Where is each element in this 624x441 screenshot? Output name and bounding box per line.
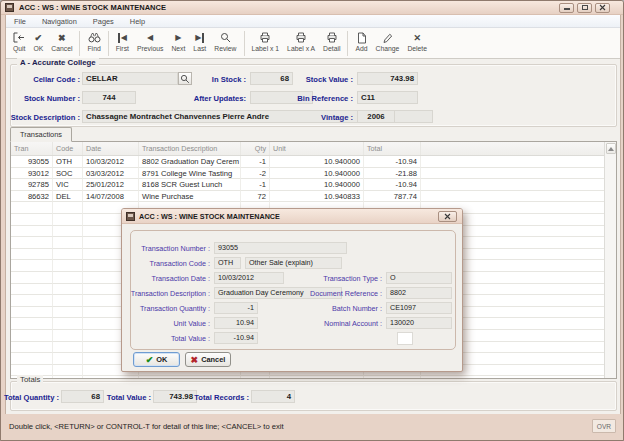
total-records-field: 4 <box>251 390 295 403</box>
next-button[interactable]: ▶Next <box>167 30 189 53</box>
dialog-close-button[interactable] <box>438 211 457 222</box>
total-value-label: Total Value : <box>69 391 151 404</box>
transaction-type-field[interactable]: O <box>386 272 452 284</box>
window-controls <box>559 3 610 13</box>
ok-icon: ✔ <box>35 31 43 44</box>
stock-number-field[interactable]: 744 <box>82 91 136 104</box>
close-icon <box>444 213 451 220</box>
column-header-total: Total <box>364 142 421 155</box>
vintage-field[interactable]: 2006 <box>357 110 395 123</box>
tab-transactions[interactable]: Transactions <box>10 127 72 142</box>
transaction-quantity-label: Transaction Quantity : <box>122 303 210 315</box>
menu-file[interactable]: File <box>6 15 34 28</box>
next-icon: ▶ <box>175 31 181 44</box>
previous-button[interactable]: ◀Previous <box>133 30 167 53</box>
cell-tran <box>11 260 53 272</box>
find-button[interactable]: Find <box>83 30 104 53</box>
close-button[interactable] <box>595 3 610 13</box>
menu-pages[interactable]: Pages <box>85 15 122 28</box>
first-button[interactable]: ◀First <box>112 30 133 53</box>
add-button[interactable]: Add <box>351 30 371 53</box>
first-icon: ◀ <box>118 31 127 44</box>
menu-help[interactable]: Help <box>122 15 153 28</box>
cell-code <box>53 295 83 307</box>
transaction-quantity-field[interactable]: -1 <box>214 302 258 314</box>
review-button[interactable]: Review <box>210 30 240 53</box>
batch-number-field[interactable]: CE1097 <box>386 302 452 314</box>
cell-code <box>53 284 83 296</box>
cell-date: 14/07/2008 <box>83 191 139 203</box>
minimize-button[interactable] <box>559 3 574 13</box>
unit-value-field[interactable]: 10.94 <box>214 317 258 329</box>
cell-unit: 10.940000 <box>270 168 364 180</box>
cell-qty: -1 <box>241 156 270 168</box>
cell-tran <box>11 342 53 354</box>
magnifier-icon <box>220 31 231 44</box>
label-x-a-button[interactable]: Label x A <box>283 30 319 53</box>
transaction-code-field[interactable]: OTH <box>214 257 241 269</box>
transaction-description-label: Transaction Description : <box>122 288 210 300</box>
toolbar-button-label: Next <box>171 45 185 52</box>
ok-button[interactable]: ✔OK <box>29 30 47 53</box>
cell-code: SOC <box>53 168 83 180</box>
app-icon <box>126 212 135 221</box>
cell-qty: -2 <box>241 168 270 180</box>
menu-navigation[interactable]: Navigation <box>34 15 85 28</box>
cell-code <box>53 376 83 379</box>
cell-tran <box>11 214 53 226</box>
total-value-field: -10.94 <box>214 332 258 344</box>
cell-date: 10/03/2012 <box>83 156 139 168</box>
cell-code <box>53 237 83 249</box>
toolbar-button-label: Cancel <box>51 45 72 52</box>
cell-tran: 93055 <box>11 156 53 168</box>
status-bar: Double click, <RETURN> or CONTROL-T for … <box>5 414 621 438</box>
maximize-button[interactable] <box>577 3 592 13</box>
last-button[interactable]: ▶Last <box>189 30 210 53</box>
table-row[interactable]: 93055OTH10/03/20128802 Graduation Day Ce… <box>11 156 616 168</box>
cell-date: 25/01/2012 <box>83 179 139 191</box>
transaction-date-label: Transaction Date : <box>122 273 210 285</box>
vintage-label: Vintage : <box>261 111 353 124</box>
column-header-qty: Qty <box>241 142 270 155</box>
toolbar-button-label: Detail <box>323 45 340 52</box>
toolbar-separator <box>108 31 109 56</box>
cell-tran <box>11 330 53 342</box>
cell-desc: Wine Purchase <box>139 191 241 203</box>
toolbar-separator <box>244 31 245 56</box>
label-x-1-button[interactable]: Label x 1 <box>248 30 284 53</box>
cell-unit: 10.940833 <box>270 191 364 203</box>
empty-checkbox[interactable] <box>397 332 413 345</box>
transaction-number-label: Transaction Number : <box>122 243 210 255</box>
delete-button[interactable]: ✕Delete <box>403 30 431 53</box>
ok-button[interactable]: ✔ OK <box>133 352 180 367</box>
detail-button[interactable]: Detail <box>319 30 344 53</box>
change-button[interactable]: Change <box>372 30 404 53</box>
overwrite-mode-indicator: OVR <box>592 419 616 433</box>
nominal-account-field[interactable]: 130020 <box>386 317 452 329</box>
toolbar-button-label: Label x A <box>287 45 315 52</box>
toolbar-button-label: Change <box>376 45 400 52</box>
bin-reference-label: Bin Reference : <box>261 92 353 105</box>
table-row[interactable]: 93012SOC03/03/20128791 College Wine Tast… <box>11 168 616 180</box>
dialog-title: ACC : WS : WINE STOCK MAINTENANCE <box>139 212 280 221</box>
total-quantity-label: Total Quantity : <box>0 391 59 404</box>
bin-reference-field[interactable]: C11 <box>357 91 418 104</box>
transaction-detail-dialog: ACC : WS : WINE STOCK MAINTENANCE Transa… <box>121 208 463 372</box>
quit-button[interactable]: Quit <box>9 30 29 53</box>
cell-tran <box>11 272 53 284</box>
vertical-scrollbar[interactable] <box>604 142 616 378</box>
table-row-empty <box>11 376 616 379</box>
cancel-button[interactable]: ✖ Cancel <box>185 352 231 367</box>
nominal-account-label: Nominal Account : <box>272 318 382 330</box>
table-row[interactable]: 92785VIC25/01/20128168 SCR Guest Lunch-1… <box>11 179 616 191</box>
document-reference-field[interactable]: 8802 <box>386 287 452 299</box>
cell-desc <box>139 376 241 379</box>
cell-code <box>53 342 83 354</box>
table-row[interactable]: 86632DEL14/07/2008Wine Purchase7210.9408… <box>11 191 616 203</box>
scroll-up-button[interactable] <box>606 143 616 154</box>
cell-filler <box>421 191 616 203</box>
transaction-number-field[interactable]: 93055 <box>214 242 347 254</box>
x-icon: ✖ <box>191 355 199 365</box>
cancel-button[interactable]: ✖Cancel <box>47 30 76 53</box>
toolbar-button-label: OK <box>33 45 43 52</box>
